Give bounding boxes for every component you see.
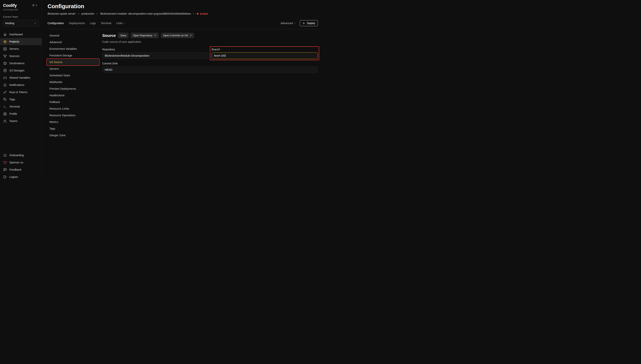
sun-icon <box>32 4 35 8</box>
tab-terminal[interactable]: Terminal <box>101 22 111 25</box>
subnav-preview-deployments[interactable]: Preview Deployments <box>48 86 99 92</box>
bell-icon <box>3 83 7 87</box>
main-content: Configuration illicitonion quote server … <box>42 0 321 182</box>
subnav-scheduled-tasks[interactable]: Scheduled Tasks <box>48 72 99 78</box>
branch-label: Branch <box>212 48 318 51</box>
branch-input[interactable]: level-100 <box>212 52 318 59</box>
sidebar-nav: Dashboard Projects Servers Sources Desti… <box>0 31 42 125</box>
open-repository-label: Open Repository <box>133 34 152 37</box>
sidebar-item-destinations[interactable]: Destinations <box>0 60 42 67</box>
sidebar-item-label: Servers <box>9 47 19 50</box>
subnav-git-source-label: Git Source <box>50 60 63 64</box>
selector-chevrons-icon <box>123 22 126 24</box>
terminal-icon <box>3 105 7 109</box>
open-commits-button[interactable]: Open Commits on Git <box>161 33 194 38</box>
commit-sha-field: Commit SHA <box>102 62 318 73</box>
subnav-general[interactable]: General <box>48 33 99 38</box>
subnav-resource-limits[interactable]: Resource Limits <box>48 106 99 112</box>
sidebar-item-notifications[interactable]: Notifications <box>0 81 42 88</box>
repository-label: Repository <box>102 48 209 51</box>
tab-deployments[interactable]: Deployments <box>69 22 85 25</box>
sidebar-item-feedback[interactable]: Feedback <box>0 166 42 173</box>
subnav-persistent-storage[interactable]: Persistent Storage <box>48 52 99 58</box>
external-link-icon <box>154 34 156 37</box>
sidebar-item-tags[interactable]: Tags <box>0 96 42 103</box>
subnav-tags[interactable]: Tags <box>48 126 99 132</box>
chevron-right-icon <box>193 12 195 15</box>
sidebar-item-sponsor[interactable]: Sponsor us <box>0 159 42 166</box>
chevron-down-icon <box>34 22 37 25</box>
sidebar-item-label: Logout <box>9 175 18 178</box>
tab-configuration[interactable]: Configuration <box>48 22 64 25</box>
sidebar-item-s3-storages[interactable]: S3 Storages <box>0 67 42 74</box>
source-heading: Source <box>102 33 116 38</box>
save-label: Save <box>120 34 126 37</box>
tab-links[interactable]: Links <box>116 22 126 25</box>
commit-sha-input[interactable] <box>102 66 318 73</box>
repository-field: Repository <box>102 48 209 59</box>
subnav-advanced[interactable]: Advanced <box>48 39 99 45</box>
team-select-value: Hosting <box>5 22 14 25</box>
tabs-bar: Configuration Deployments Logs Terminal … <box>48 20 318 29</box>
open-commits-label: Open Commits on Git <box>163 34 188 37</box>
tag-icon <box>3 98 7 102</box>
sidebar-footer: Onboarding Sponsor us Feedback Logout <box>0 152 42 182</box>
heart-icon <box>3 160 7 164</box>
variable-icon <box>3 76 7 80</box>
sidebar-item-shared-variables[interactable]: Shared Variables <box>0 74 42 81</box>
users-icon <box>3 119 7 123</box>
sidebar-item-terminal[interactable]: Terminal <box>0 103 42 110</box>
configuration-content: General Advanced Environment Variables P… <box>48 33 318 182</box>
repository-input[interactable] <box>102 52 209 59</box>
chevron-right-icon <box>96 12 99 15</box>
sidebar-item-label: Destinations <box>9 62 25 65</box>
tab-logs[interactable]: Logs <box>90 22 96 25</box>
sidebar-item-label: Tags <box>9 98 15 101</box>
subnav-resource-operations[interactable]: Resource Operations <box>48 112 99 118</box>
open-repository-button[interactable]: Open Repository <box>131 33 159 38</box>
text-caret <box>225 54 226 57</box>
selector-chevrons-icon <box>35 4 38 7</box>
sidebar-item-label: Teams <box>9 120 18 122</box>
subnav-git-source[interactable]: Git Source <box>48 59 99 65</box>
subnav-healthcheck[interactable]: Healthcheck <box>48 92 99 98</box>
breadcrumb-application[interactable]: illicitestonion/-module--decomposition:m… <box>100 12 191 15</box>
sidebar-item-profile[interactable]: Profile <box>0 110 42 118</box>
sidebar-item-label: Profile <box>9 112 17 115</box>
sidebar-item-teams[interactable]: Teams <box>0 118 42 125</box>
git-icon <box>3 54 7 58</box>
sidebar-item-label: Terminal <box>9 105 20 108</box>
sidebar-item-label: Feedback <box>9 168 22 171</box>
app-root: Coolify v4.0.0-beta.399 Current Team Hos… <box>0 0 321 182</box>
subnav-danger-zone[interactable]: Danger Zone <box>48 132 99 138</box>
sidebar-item-label: Projects <box>9 40 19 43</box>
sidebar-item-projects[interactable]: Projects <box>0 38 42 45</box>
sidebar-item-dashboard[interactable]: Dashboard <box>0 31 42 38</box>
selector-chevrons-icon <box>294 22 296 24</box>
breadcrumb-environment[interactable]: production <box>82 12 95 15</box>
sidebar-item-label: S3 Storages <box>9 69 25 72</box>
subnav-metrics[interactable]: Metrics <box>48 119 99 125</box>
sidebar-item-servers[interactable]: Servers <box>0 45 42 52</box>
checklist-icon <box>3 153 7 157</box>
deploy-button[interactable]: Deploy <box>300 20 318 26</box>
advanced-menu[interactable]: Advanced <box>281 22 296 25</box>
sidebar-item-sources[interactable]: Sources <box>0 52 42 60</box>
save-button[interactable]: Save <box>118 33 129 38</box>
subnav-servers[interactable]: Servers <box>48 66 99 72</box>
subnav-webhooks[interactable]: Webhooks <box>48 79 99 85</box>
config-subnav: General Advanced Environment Variables P… <box>48 33 99 182</box>
sidebar-item-onboarding[interactable]: Onboarding <box>0 152 42 159</box>
layers-icon <box>3 40 7 44</box>
brand-logo: Coolify <box>3 3 17 8</box>
team-select[interactable]: Hosting <box>3 20 39 26</box>
subnav-rollback[interactable]: Rollback <box>48 99 99 105</box>
theme-switcher[interactable] <box>32 4 38 8</box>
chevron-right-icon <box>77 12 80 15</box>
sidebar-item-keys-tokens[interactable]: Keys & Tokens <box>0 88 42 96</box>
page-title: Configuration <box>48 3 318 10</box>
subnav-environment-variables[interactable]: Environment Variables <box>48 46 99 52</box>
sidebar-item-logout[interactable]: Logout <box>0 173 42 180</box>
breadcrumb-project[interactable]: illicitonion quote server <box>48 12 76 15</box>
source-form: Repository Branch level-100 Commit SHA <box>102 48 318 73</box>
